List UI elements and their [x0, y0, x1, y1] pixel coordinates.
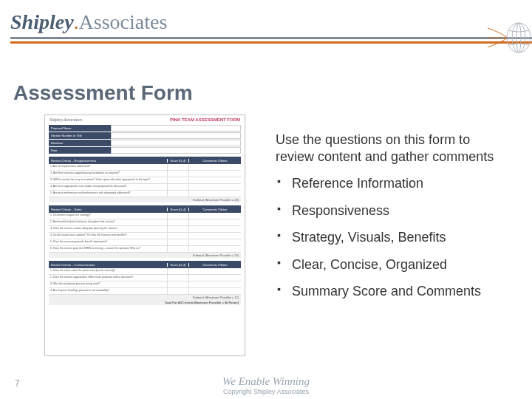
brand-associates: Associates — [79, 10, 168, 33]
thumb-title: PINK TEAM ASSESSMENT FORM — [170, 117, 240, 122]
meta-label: Reviewer — [49, 140, 111, 146]
rule-orange — [10, 41, 532, 44]
brand-shipley: Shipley — [10, 10, 74, 33]
content-area: Use the questions on this form to review… — [276, 132, 505, 310]
bullet-item: Strategy, Visuals, Benefits — [276, 229, 505, 246]
thumb-section-3: Review Criteria – CommunicationScore (0–… — [49, 261, 241, 305]
meta-label: Date — [49, 147, 111, 154]
brand-logo: Shipley.Associates — [10, 10, 167, 34]
meta-label: Section Number or Title — [49, 132, 111, 139]
header-rules — [10, 37, 532, 44]
slide-title: Assessment Form — [13, 81, 193, 105]
slide-footer: We Enable Winning Copyright Shipley Asso… — [0, 371, 532, 399]
slide: Shipley.Associates Assessment Form Shipl… — [0, 0, 532, 399]
footer-copyright: Copyright Shipley Associates — [223, 388, 309, 395]
bullet-item: Clear, Concise, Organized — [276, 256, 505, 273]
rule-gray — [10, 37, 532, 39]
bullet-list: Reference Information Responsiveness Str… — [276, 175, 505, 300]
form-thumbnail: Shipley.Associates PINK TEAM ASSESSMENT … — [44, 115, 245, 356]
intro-text: Use the questions on this form to review… — [276, 132, 505, 165]
brand-dot: . — [74, 10, 79, 33]
slide-header: Shipley.Associates — [0, 0, 532, 59]
thumb-brand: Shipley.Associates — [50, 117, 82, 122]
thumb-section-2: Review Criteria – SalesScore (0–4)Commen… — [49, 205, 241, 258]
thumb-meta: Proposal Name Section Number or Title Re… — [49, 125, 241, 154]
bullet-item: Reference Information — [276, 175, 505, 192]
globe-icon — [486, 21, 532, 55]
thumb-section-1: Review Criteria – ResponsivenessScore (0… — [49, 157, 241, 202]
bullet-item: Responsiveness — [276, 202, 505, 219]
bullet-item: Summary Score and Comments — [276, 283, 505, 300]
footer-tagline: We Enable Winning — [222, 375, 310, 388]
meta-label: Proposal Name — [49, 125, 111, 132]
